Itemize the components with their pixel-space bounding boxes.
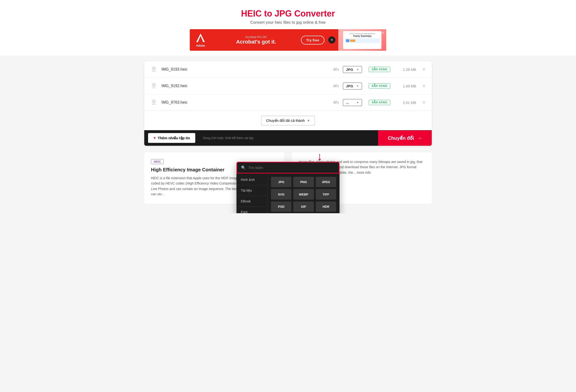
format-dropdown: 🔍 Hình ảnh Tài liệu EBook Font Vector CA… [236,162,340,213]
ad-bar-rect-1 [346,39,349,42]
chevron-down-icon: ▼ [356,85,359,87]
status-badge: SẴN SÀNG [369,83,390,89]
format-tiff[interactable]: TIFF [316,189,336,199]
format-grid: JPG PNG JPEG SVG WEBP TIFF PSD GIF HDR B… [268,174,340,213]
ad-banner: Adobe Acrobat Pro DC Acrobat's got it. T… [190,29,386,51]
add-files-button[interactable]: + Thêm nhiều tập tin [148,133,195,143]
divider [236,207,267,207]
adobe-text: Adobe [196,44,205,47]
file-icon [150,99,158,106]
format-jpeg[interactable]: JPEG [316,177,336,187]
ad-tagline: Acrobat's got it. [215,39,298,45]
category-list: Hình ảnh Tài liệu EBook Font Vector CAD [236,174,268,213]
ad-product-name: Acrobat Pro DC [215,35,298,39]
format-select-1[interactable]: JPG ▼ [343,82,362,89]
divider [236,196,267,196]
add-files-label: Thêm nhiều tập tin [158,136,190,140]
file-den: đến [333,101,339,104]
svg-point-8 [153,101,155,102]
file-name: IMG_9193.heic [162,67,329,72]
ad-screen-title: Yearly Summary [345,35,380,37]
dropdown-search-bar: 🔍 [236,162,340,174]
file-remove-2[interactable]: ✕ [422,100,426,105]
file-den: đến [333,68,339,71]
category-item-ebook[interactable]: EBook [236,197,267,206]
main-wrapper: IMG_9193.heic đến JPG ▼ SẴN SÀNG 1.28 MB… [144,61,432,146]
ad-screen-bar [345,38,380,43]
convert-all-row: Chuyển đổi tất cả thành ▼ [144,111,432,130]
svg-point-4 [153,68,155,69]
file-icon [150,82,158,90]
category-item-document[interactable]: Tài liệu [236,186,267,195]
chevron-down-icon: ▼ [356,101,359,104]
file-name: IMG_9763.heic [162,100,329,105]
ad-bar-rect-2 [350,39,355,42]
page-title: HEIC to JPG Converter [5,9,571,19]
divider [236,185,267,185]
file-den: đến [333,84,339,88]
format-gif[interactable]: GIF [293,202,314,212]
status-badge: SẴN SÀNG [369,100,390,105]
file-size: 1.48 MB [397,84,416,88]
page-subtitle: Convert your heic files to jpg online & … [5,20,571,25]
format-select-0[interactable]: JPG ▼ [343,66,362,73]
table-row: IMG_9192.heic đến JPG ▼ SẴN SÀNG 1.48 MB… [144,78,432,94]
file-size: 2.01 MB [397,101,416,105]
search-icon: 🔍 [241,165,246,170]
convert-all-button[interactable]: Chuyển đổi tất cả thành ▼ [261,116,315,125]
ad-try-button[interactable]: Try free [301,36,324,45]
format-webp[interactable]: WEBP [293,189,314,199]
chevron-down-icon: ▼ [307,119,310,122]
convert-label: Chuyển đổi [388,135,414,141]
file-remove-1[interactable]: ✕ [422,83,426,88]
file-list-container: IMG_9193.heic đến JPG ▼ SẴN SÀNG 1.28 MB… [144,61,432,146]
search-input[interactable] [248,166,335,170]
ad-screenshot: OKKO Financial Management Yearly Summary [338,29,386,51]
ad-screenshot-inner: OKKO Financial Management Yearly Summary [343,31,381,49]
category-item-font[interactable]: Font [236,208,267,213]
adobe-logo: Adobe [190,30,211,50]
heic-badge: HEIC [151,159,164,164]
table-row: IMG_9193.heic đến JPG ▼ SẴN SÀNG 1.28 MB… [144,61,432,78]
convert-all-label: Chuyển đổi tất cả thành [266,118,305,123]
file-icon [150,66,158,73]
page-header: HEIC to JPG Converter Convert your heic … [0,0,576,55]
category-item-images[interactable]: Hình ảnh [236,175,267,184]
ad-close-button[interactable]: ✕ [381,31,384,35]
status-badge: SẴN SÀNG [369,67,390,72]
format-svg[interactable]: SVG [271,189,291,199]
convert-button[interactable]: Chuyển đổi → [378,131,432,146]
file-remove-0[interactable]: ✕ [422,67,426,72]
format-hdr[interactable]: HDR [316,202,336,212]
arrow-icon: → [417,135,422,141]
bottom-bar: + Thêm nhiều tập tin Dùng Ctrl hoặc Shif… [144,130,432,146]
format-psd[interactable]: PSD [271,202,291,212]
format-png[interactable]: PNG [293,177,314,187]
file-name: IMG_9192.heic [162,84,329,88]
dropdown-body: Hình ảnh Tài liệu EBook Font Vector CAD … [236,174,340,213]
chevron-down-icon: ▼ [356,68,359,71]
svg-point-6 [153,84,155,86]
ad-plus-button[interactable]: + [328,36,335,44]
bottom-hint: Dùng Ctrl hoặc Shift để thêm vài tệp [199,136,378,140]
format-value-2: ... [346,101,349,105]
table-row: IMG_9763.heic đến ... ▼ SẴN SÀNG 2.01 MB… [144,94,432,111]
format-jpg[interactable]: JPG [271,177,291,187]
ad-content: Acrobat Pro DC Acrobat's got it. [211,33,301,47]
plus-icon: + [153,135,156,140]
format-value-0: JPG [346,68,353,72]
ad-screen-header: OKKO Financial Management [345,32,380,35]
file-size: 1.28 MB [397,68,416,72]
format-value-1: JPG [346,84,353,88]
format-select-2[interactable]: ... ▼ [343,99,362,106]
